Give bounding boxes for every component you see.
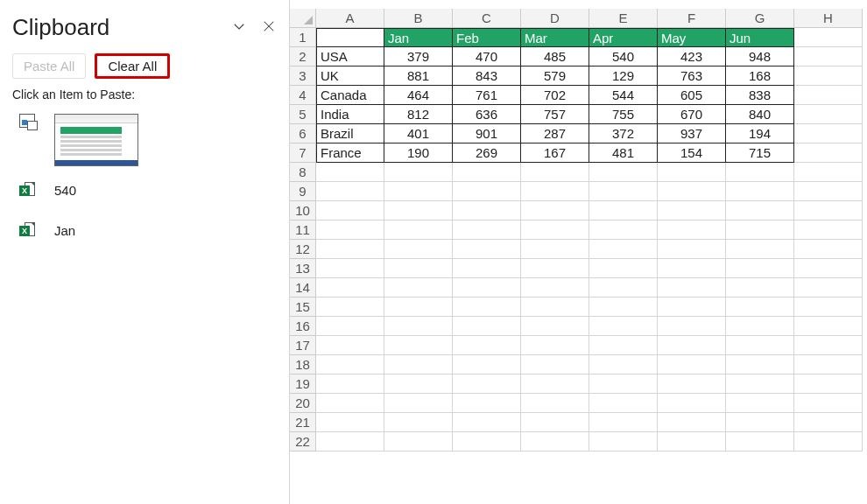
- row-header[interactable]: 4: [290, 86, 316, 105]
- cell[interactable]: [794, 220, 863, 240]
- row-header[interactable]: 6: [290, 124, 316, 144]
- column-header[interactable]: A: [316, 9, 384, 28]
- cell[interactable]: [316, 163, 384, 182]
- cell[interactable]: [658, 413, 726, 432]
- cell[interactable]: 715: [726, 144, 794, 163]
- cell[interactable]: [384, 240, 453, 259]
- cell[interactable]: [794, 432, 863, 452]
- cell[interactable]: [384, 278, 453, 298]
- cell[interactable]: [726, 413, 794, 432]
- cell[interactable]: [453, 413, 521, 432]
- row-header[interactable]: 21: [290, 413, 316, 432]
- clipboard-item[interactable]: X540: [12, 170, 277, 210]
- cell[interactable]: [453, 355, 521, 374]
- cell[interactable]: 948: [726, 47, 794, 66]
- cell[interactable]: [794, 336, 863, 355]
- cell[interactable]: [658, 374, 726, 394]
- cell[interactable]: Mar: [521, 28, 589, 47]
- cell[interactable]: [658, 298, 726, 317]
- cell[interactable]: 761: [453, 86, 521, 105]
- cell[interactable]: [384, 220, 453, 240]
- cell[interactable]: 129: [589, 66, 658, 86]
- cell[interactable]: [794, 201, 863, 220]
- cell[interactable]: 540: [589, 47, 658, 66]
- cell[interactable]: [726, 220, 794, 240]
- cell[interactable]: France: [316, 144, 384, 163]
- cell[interactable]: [453, 394, 521, 413]
- close-panel-icon[interactable]: [261, 18, 277, 37]
- cell[interactable]: [726, 374, 794, 394]
- cell[interactable]: [589, 240, 658, 259]
- cell[interactable]: [521, 240, 589, 259]
- cell[interactable]: [316, 201, 384, 220]
- cell[interactable]: [453, 336, 521, 355]
- cell[interactable]: [521, 336, 589, 355]
- cell[interactable]: USA: [316, 47, 384, 66]
- cell[interactable]: 901: [453, 124, 521, 144]
- cell[interactable]: Canada: [316, 86, 384, 105]
- collapse-chevron-icon[interactable]: [231, 18, 247, 37]
- cell[interactable]: [521, 432, 589, 452]
- cell[interactable]: [384, 413, 453, 432]
- cell[interactable]: [794, 355, 863, 374]
- row-header[interactable]: 18: [290, 355, 316, 374]
- row-header[interactable]: 17: [290, 336, 316, 355]
- cell[interactable]: [384, 182, 453, 201]
- cell[interactable]: [453, 374, 521, 394]
- cell[interactable]: [794, 28, 863, 47]
- cell[interactable]: [726, 240, 794, 259]
- cell[interactable]: India: [316, 105, 384, 124]
- cell[interactable]: [316, 413, 384, 432]
- clipboard-item[interactable]: XJan: [12, 210, 277, 250]
- select-all-corner[interactable]: [290, 9, 316, 28]
- cell[interactable]: [658, 163, 726, 182]
- cell[interactable]: [794, 124, 863, 144]
- cell[interactable]: [521, 201, 589, 220]
- cell[interactable]: 838: [726, 86, 794, 105]
- cell[interactable]: [316, 317, 384, 336]
- cell[interactable]: [384, 298, 453, 317]
- cell[interactable]: [726, 355, 794, 374]
- cell[interactable]: [589, 182, 658, 201]
- cell[interactable]: 840: [726, 105, 794, 124]
- cell[interactable]: 670: [658, 105, 726, 124]
- cell[interactable]: [794, 86, 863, 105]
- cell[interactable]: [726, 201, 794, 220]
- row-header[interactable]: 1: [290, 28, 316, 47]
- cell[interactable]: [384, 163, 453, 182]
- spreadsheet-grid[interactable]: ABCDEFGH1JanFebMarAprMayJun2USA379470485…: [290, 9, 867, 452]
- cell[interactable]: [589, 413, 658, 432]
- cell[interactable]: [453, 201, 521, 220]
- cell[interactable]: [589, 336, 658, 355]
- row-header[interactable]: 10: [290, 201, 316, 220]
- cell[interactable]: [726, 278, 794, 298]
- cell[interactable]: May: [658, 28, 726, 47]
- row-header[interactable]: 12: [290, 240, 316, 259]
- cell[interactable]: [589, 317, 658, 336]
- cell[interactable]: [589, 278, 658, 298]
- clipboard-item[interactable]: [12, 110, 277, 170]
- cell[interactable]: 481: [589, 144, 658, 163]
- cell[interactable]: [384, 374, 453, 394]
- cell[interactable]: [453, 278, 521, 298]
- cell[interactable]: [658, 432, 726, 452]
- cell[interactable]: 190: [384, 144, 453, 163]
- cell[interactable]: [453, 182, 521, 201]
- cell[interactable]: [316, 278, 384, 298]
- cell[interactable]: [589, 394, 658, 413]
- cell[interactable]: [589, 259, 658, 278]
- cell[interactable]: 401: [384, 124, 453, 144]
- cell[interactable]: 167: [521, 144, 589, 163]
- row-header[interactable]: 9: [290, 182, 316, 201]
- cell[interactable]: [453, 163, 521, 182]
- cell[interactable]: [726, 432, 794, 452]
- cell[interactable]: 544: [589, 86, 658, 105]
- cell[interactable]: [726, 394, 794, 413]
- cell[interactable]: 194: [726, 124, 794, 144]
- cell[interactable]: [521, 394, 589, 413]
- cell[interactable]: 605: [658, 86, 726, 105]
- cell[interactable]: [794, 240, 863, 259]
- cell[interactable]: [794, 298, 863, 317]
- cell[interactable]: [521, 413, 589, 432]
- cell[interactable]: [521, 278, 589, 298]
